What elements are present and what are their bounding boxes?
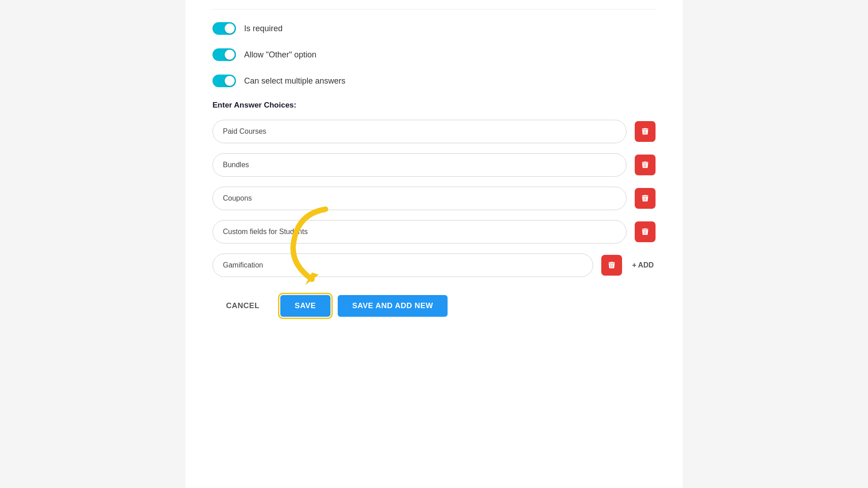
- enter-answer-choices-label: Enter Answer Choices:: [212, 101, 656, 110]
- page-container: Is required Allow "Other" option Can sel…: [0, 0, 868, 488]
- multiple-answers-label: Can select multiple answers: [244, 76, 345, 86]
- trash-icon-1: [641, 127, 650, 136]
- toggle-row-multiple-answers: Can select multiple answers: [212, 75, 656, 87]
- save-button[interactable]: SAVE: [280, 295, 330, 317]
- answer-input-4[interactable]: [212, 220, 627, 244]
- toggle-row-allow-other: Allow "Other" option: [212, 48, 656, 61]
- answer-input-1[interactable]: [212, 120, 627, 143]
- allow-other-toggle[interactable]: [212, 48, 236, 61]
- add-answer-label: + ADD: [632, 261, 654, 269]
- answer-row-2: [212, 153, 656, 177]
- top-divider: [212, 9, 656, 9]
- answer-row-4: [212, 220, 656, 244]
- multiple-answers-toggle[interactable]: [212, 75, 236, 87]
- answer-row-1: [212, 120, 656, 143]
- is-required-toggle[interactable]: [212, 22, 236, 35]
- trash-icon-4: [641, 227, 650, 236]
- delete-answer-5-button[interactable]: [601, 255, 622, 276]
- is-required-label: Is required: [244, 24, 283, 33]
- main-panel: Is required Allow "Other" option Can sel…: [185, 0, 683, 488]
- add-answer-button[interactable]: + ADD: [630, 261, 656, 269]
- delete-answer-1-button[interactable]: [635, 121, 656, 142]
- trash-icon-2: [641, 160, 650, 169]
- delete-answer-2-button[interactable]: [635, 155, 656, 175]
- answer-row-3: [212, 187, 656, 210]
- cancel-button[interactable]: CANCEL: [212, 295, 273, 317]
- answer-row-5-with-add: + ADD: [212, 253, 656, 277]
- answer-input-5[interactable]: [212, 253, 593, 277]
- footer-buttons: CANCEL SAVE SAVE AND ADD NEW: [212, 291, 656, 317]
- delete-answer-4-button[interactable]: [635, 221, 656, 242]
- allow-other-label: Allow "Other" option: [244, 50, 316, 60]
- delete-answer-3-button[interactable]: [635, 188, 656, 209]
- toggle-row-is-required: Is required: [212, 22, 656, 35]
- answer-input-3[interactable]: [212, 187, 627, 210]
- save-and-add-new-button[interactable]: SAVE AND ADD NEW: [338, 295, 448, 317]
- trash-icon-3: [641, 194, 650, 203]
- trash-icon-5: [607, 261, 616, 270]
- answer-input-2[interactable]: [212, 153, 627, 177]
